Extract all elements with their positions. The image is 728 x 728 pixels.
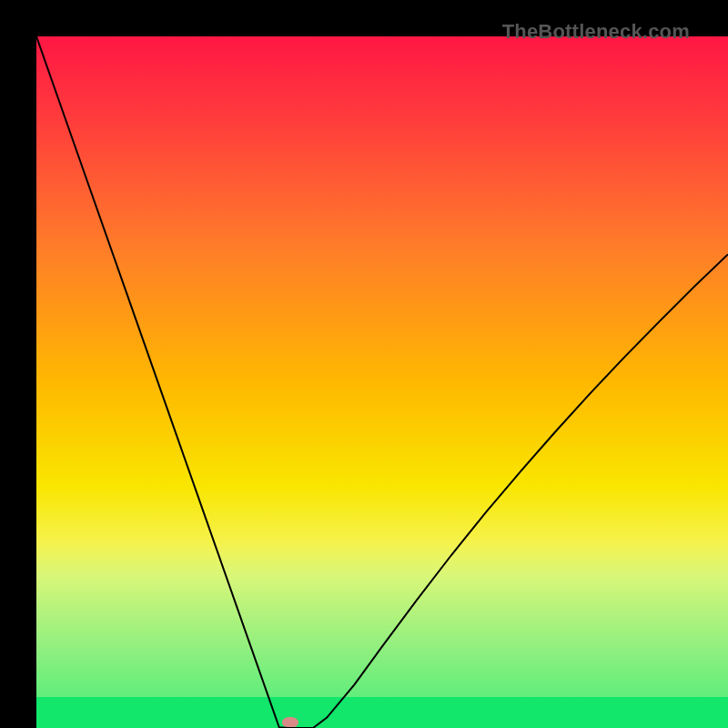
watermark-text: TheBottleneck.com [502,20,690,44]
bottleneck-marker [282,717,298,728]
chart-frame: TheBottleneck.com [0,0,728,728]
green-band [36,697,728,728]
green-band-fade [36,541,728,697]
chart-plot [36,36,728,728]
chart-svg [36,36,728,728]
